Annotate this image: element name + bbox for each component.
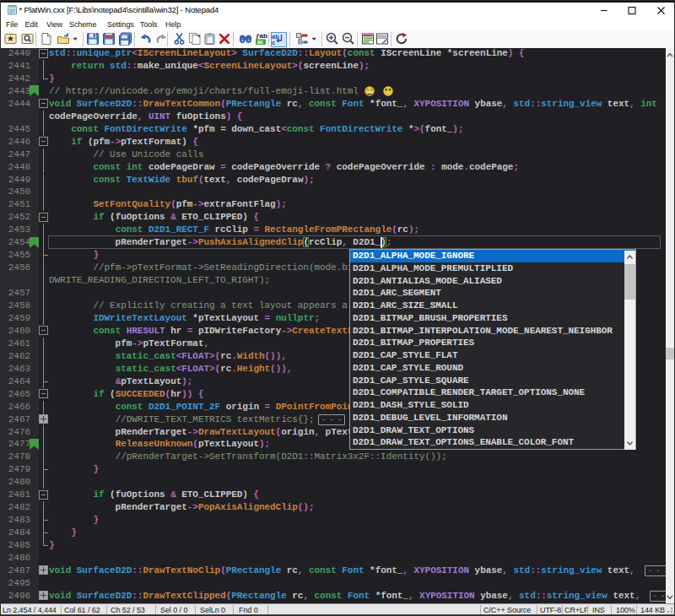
svg-text:ac: ac xyxy=(257,39,264,45)
svg-text:c: c xyxy=(272,39,275,46)
